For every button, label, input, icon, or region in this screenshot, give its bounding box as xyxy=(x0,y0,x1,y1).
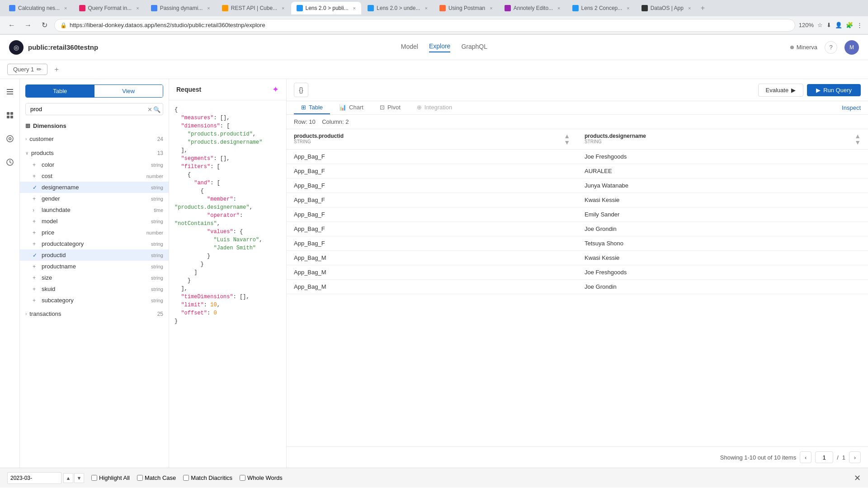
prev-page-button[interactable]: ‹ xyxy=(800,451,811,463)
browser-tab-9[interactable]: Lens 2 Concep... × xyxy=(567,2,635,14)
field-skuid[interactable]: + skuid string xyxy=(20,283,169,295)
tab-close-9[interactable]: × xyxy=(627,5,629,11)
table-scroll-area[interactable]: products.productid STRING ▲ ▼ xyxy=(287,129,868,446)
field-price[interactable]: + price number xyxy=(20,227,169,238)
next-page-button[interactable]: › xyxy=(849,451,861,463)
result-tab-pivot[interactable]: ⊡ Pivot xyxy=(373,101,408,114)
tab-favicon-5 xyxy=(297,5,303,11)
list-view-button[interactable]: View xyxy=(94,85,163,97)
field-model[interactable]: + model string xyxy=(20,216,169,227)
result-tab-chart[interactable]: 📊 Chart xyxy=(332,101,371,114)
field-productid[interactable]: ✓ productid string xyxy=(20,249,169,261)
category-customer-header[interactable]: › customer 24 xyxy=(20,133,169,145)
tab-close-5[interactable]: × xyxy=(353,5,356,11)
search-clear-icon[interactable]: ✕ xyxy=(147,106,152,113)
nav-item-explore[interactable]: Explore xyxy=(429,42,450,52)
tab-close-6[interactable]: × xyxy=(425,5,427,11)
address-bar[interactable]: 🔒 https://liberal-donkey.dataos.app/lens… xyxy=(54,19,795,32)
col-designername-sort[interactable]: ▲ ▼ xyxy=(854,133,861,145)
col-header-designername[interactable]: products.designername STRING ▲ ▼ xyxy=(577,129,868,150)
table-view-button[interactable]: Table xyxy=(26,85,94,97)
category-products-header[interactable]: ∨ products 13 xyxy=(20,147,169,159)
browser-tab-1[interactable]: Calculating nes... × xyxy=(4,2,73,14)
nav-item-model[interactable]: Model xyxy=(401,43,418,52)
category-transactions-header[interactable]: › transactions 25 xyxy=(20,308,169,320)
help-button[interactable]: ? xyxy=(825,41,837,54)
browser-tab-2[interactable]: Query Format in... × xyxy=(74,2,145,14)
page-number-input[interactable] xyxy=(815,451,833,463)
field-productname[interactable]: + productname string xyxy=(20,261,169,272)
field-cost[interactable]: + cost number xyxy=(20,170,169,182)
download-icon[interactable]: ⬇ xyxy=(826,22,831,28)
total-pages: 1 xyxy=(842,454,845,461)
result-tab-integration[interactable]: ⊕ Integration xyxy=(410,101,459,114)
sidebar-table-icon[interactable] xyxy=(3,108,17,122)
run-play-icon: ▶ xyxy=(816,87,821,94)
field-designername[interactable]: ✓ designername string xyxy=(20,182,169,193)
tab-close-10[interactable]: × xyxy=(688,5,691,11)
tab-favicon-7 xyxy=(439,5,446,11)
run-query-button[interactable]: ▶ Run Query xyxy=(807,84,861,96)
browser-tab-7[interactable]: Using Postman × xyxy=(434,2,498,14)
back-button[interactable]: ← xyxy=(5,19,18,32)
match-case-checkbox[interactable] xyxy=(137,475,143,481)
browser-tab-6[interactable]: Lens 2.0 > unde... × xyxy=(362,2,433,14)
new-tab-button[interactable]: + xyxy=(697,3,708,14)
inspect-link[interactable]: Inspect xyxy=(842,104,861,111)
whole-words-option[interactable]: Whole Words xyxy=(240,474,283,481)
forward-button[interactable]: → xyxy=(22,19,34,32)
star-icon[interactable]: ☆ xyxy=(817,22,823,28)
field-size[interactable]: + size string xyxy=(20,272,169,283)
whole-words-checkbox[interactable] xyxy=(240,475,245,481)
search-up-button[interactable]: ▲ xyxy=(63,473,73,483)
tab-close-2[interactable]: × xyxy=(136,5,139,11)
tab-close-8[interactable]: × xyxy=(557,5,560,11)
browser-tab-3[interactable]: Passing dynami... × xyxy=(146,2,216,14)
sidebar-settings-icon[interactable] xyxy=(3,131,17,146)
browser-tab-4[interactable]: REST API | Cube... × xyxy=(217,2,290,14)
col-header-productid[interactable]: products.productid STRING ▲ ▼ xyxy=(287,129,577,150)
tab-close-7[interactable]: × xyxy=(490,5,492,11)
table-cell-6-1: Tetsuya Shono xyxy=(577,236,868,251)
match-case-option[interactable]: Match Case xyxy=(137,474,176,481)
integration-tab-label: Integration xyxy=(425,104,452,111)
reload-button[interactable]: ↻ xyxy=(38,19,51,32)
field-launchdate[interactable]: › launchdate time xyxy=(20,204,169,216)
match-diacritics-checkbox[interactable] xyxy=(183,475,189,481)
tab-close-1[interactable]: × xyxy=(64,5,67,11)
menu-icon[interactable]: ⋮ xyxy=(857,22,863,28)
field-productid-name: productid xyxy=(42,252,151,258)
query-tab-1-edit-icon[interactable]: ✏ xyxy=(37,66,42,73)
extensions-icon[interactable]: 🧩 xyxy=(846,22,853,28)
request-settings-icon[interactable]: ✦ xyxy=(272,84,279,94)
evaluate-button[interactable]: Evaluate ▶ xyxy=(758,84,804,97)
match-diacritics-option[interactable]: Match Diacritics xyxy=(183,474,232,481)
result-tab-table[interactable]: ⊞ Table xyxy=(294,101,330,114)
add-query-tab-button[interactable]: + xyxy=(51,64,62,75)
bottom-search-input[interactable] xyxy=(7,472,61,484)
search-down-button[interactable]: ▼ xyxy=(74,473,84,483)
field-productname-type: string xyxy=(151,264,163,269)
field-color[interactable]: + color string xyxy=(20,159,169,170)
bottom-bar-close-button[interactable]: ✕ xyxy=(854,473,861,483)
browser-tab-5[interactable]: Lens 2.0 > publi... × xyxy=(291,2,362,14)
nav-item-graphql[interactable]: GraphQL xyxy=(461,43,487,52)
highlight-all-checkbox[interactable] xyxy=(91,475,97,481)
highlight-all-option[interactable]: Highlight All xyxy=(91,474,130,481)
tab-close-4[interactable]: × xyxy=(282,5,284,11)
query-tab-1[interactable]: Query 1 ✏ xyxy=(7,64,47,75)
tab-close-3[interactable]: × xyxy=(207,5,210,11)
browser-tab-10[interactable]: DataOS | App × xyxy=(636,2,697,14)
profile-icon[interactable]: 👤 xyxy=(835,22,842,28)
sidebar-history-icon[interactable] xyxy=(3,155,17,169)
field-gender[interactable]: + gender string xyxy=(20,193,169,204)
field-skuid-type: string xyxy=(151,286,163,292)
field-subcategory[interactable]: + subcategory string xyxy=(20,295,169,306)
sidebar-list-icon[interactable] xyxy=(3,84,17,99)
curly-braces-button[interactable]: {} xyxy=(294,83,308,97)
sidebar-search-input[interactable] xyxy=(25,103,163,115)
field-productcategory[interactable]: + productcategory string xyxy=(20,238,169,249)
col-productid-sort[interactable]: ▲ ▼ xyxy=(564,133,570,145)
user-avatar[interactable]: M xyxy=(844,40,859,55)
browser-tab-8[interactable]: Annotely Edito... × xyxy=(499,2,566,14)
